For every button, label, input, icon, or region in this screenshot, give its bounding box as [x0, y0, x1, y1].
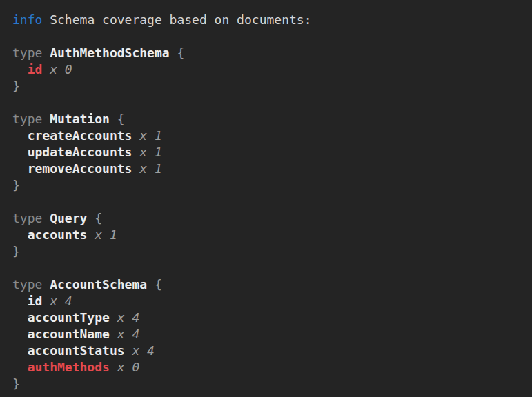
usage-count: x 4	[110, 327, 139, 341]
console-line: accounts x 1	[12, 227, 524, 243]
console-line	[12, 194, 524, 210]
open-brace: {	[147, 277, 162, 292]
console-line: }	[12, 78, 524, 94]
terminal-output: info Schema coverage based on documents:…	[0, 0, 532, 397]
field-name: removeAccounts	[12, 161, 132, 176]
open-brace: {	[87, 211, 102, 225]
console-line: createAccounts x 1	[12, 128, 524, 144]
open-brace: {	[170, 45, 185, 60]
log-message: Schema coverage based on documents:	[42, 12, 311, 27]
console-line: id x 0	[12, 61, 524, 78]
close-brace: }	[12, 376, 20, 391]
field-name-uncovered: authMethods	[12, 360, 110, 374]
console-line: }	[12, 177, 524, 194]
usage-count: x 0	[110, 360, 139, 374]
keyword-type: type	[12, 45, 50, 60]
usage-count: x 1	[132, 128, 161, 143]
console-line	[12, 94, 524, 111]
type-name: Mutation	[50, 112, 110, 126]
console-line: accountStatus x 4	[12, 343, 524, 359]
close-brace: }	[12, 178, 20, 192]
console-line: type AccountSchema {	[12, 276, 524, 293]
field-name: createAccounts	[12, 128, 132, 143]
console-line: info Schema coverage based on documents:	[12, 12, 524, 28]
close-brace: }	[12, 79, 20, 93]
console-line	[12, 28, 524, 45]
type-name: AccountSchema	[50, 277, 147, 292]
console-line: accountType x 4	[12, 309, 524, 326]
keyword-type: type	[12, 211, 50, 225]
console-line: authMethods x 0	[12, 359, 524, 376]
console-line: removeAccounts x 1	[12, 161, 524, 177]
field-name: accountName	[12, 327, 110, 341]
keyword-type: type	[12, 277, 50, 292]
open-brace: {	[110, 112, 125, 126]
keyword-type: type	[12, 112, 50, 126]
console-line: updateAccounts x 1	[12, 144, 524, 161]
close-brace: }	[12, 244, 20, 258]
type-name: Query	[50, 211, 87, 225]
field-name: id	[12, 294, 42, 308]
log-level-info: info	[12, 12, 42, 27]
console-line: }	[12, 243, 524, 260]
usage-count: x 1	[132, 161, 161, 176]
field-name: updateAccounts	[12, 145, 132, 159]
usage-count: x 4	[125, 343, 155, 358]
field-name: accountType	[12, 310, 110, 325]
usage-count: x 4	[42, 294, 72, 308]
field-name-uncovered: id	[12, 62, 42, 77]
console-line: type Query {	[12, 210, 524, 227]
console-line: type Mutation {	[12, 111, 524, 128]
console-line: id x 4	[12, 293, 524, 309]
console-line	[12, 260, 524, 276]
field-name: accounts	[12, 227, 87, 242]
console-line: type AuthMethodSchema {	[12, 45, 524, 61]
console-line: }	[12, 376, 524, 392]
field-name: accountStatus	[12, 343, 125, 358]
console-line: accountName x 4	[12, 326, 524, 343]
usage-count: x 0	[42, 62, 72, 77]
usage-count: x 1	[132, 145, 161, 159]
usage-count: x 4	[110, 310, 139, 325]
usage-count: x 1	[87, 227, 117, 242]
type-name: AuthMethodSchema	[50, 45, 169, 60]
